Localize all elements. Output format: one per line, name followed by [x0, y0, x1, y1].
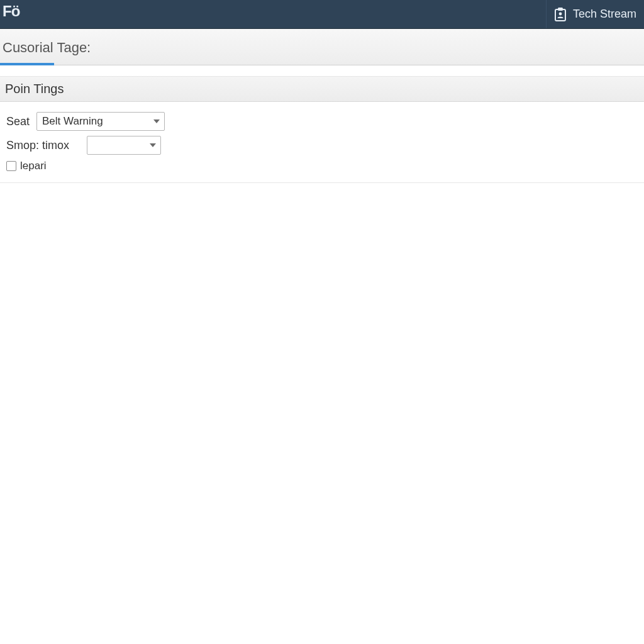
seat-select-value: Belt Warning — [37, 115, 149, 128]
lepari-label: lepari — [20, 160, 47, 172]
logo: Fö — [3, 3, 19, 20]
tab-cusorial-tage[interactable]: Cusorial Tage: — [0, 31, 93, 65]
section-title: Poin Tings — [5, 82, 64, 96]
row-smop: Smop: timox — [6, 136, 638, 155]
tab-strip-gap — [0, 65, 644, 77]
top-bar-right: Tech Stream — [546, 0, 644, 28]
top-bar: Fö Tech Stream — [0, 0, 644, 29]
tab-strip: Cusorial Tage: — [0, 29, 644, 65]
lepari-checkbox[interactable] — [6, 161, 16, 171]
chevron-down-icon — [145, 136, 160, 154]
empty-content — [0, 183, 644, 636]
tab-label: Cusorial Tage: — [3, 40, 91, 55]
seat-select[interactable]: Belt Warning — [36, 112, 165, 131]
seat-label: Seat — [6, 115, 31, 128]
chevron-down-icon — [149, 113, 164, 130]
clipboard-user-icon — [554, 8, 567, 21]
form-body: Seat Belt Warning Smop: timox lepari — [0, 102, 644, 183]
smop-select[interactable] — [87, 136, 161, 155]
tech-stream-label: Tech Stream — [573, 8, 636, 21]
logo-text: Fö — [3, 3, 19, 20]
svg-rect-1 — [558, 8, 563, 11]
row-lepari: lepari — [6, 160, 638, 172]
tech-stream-group[interactable]: Tech Stream — [547, 0, 644, 28]
svg-point-2 — [559, 12, 562, 15]
row-seat: Seat Belt Warning — [6, 112, 638, 131]
section-header: Poin Tings — [0, 77, 644, 102]
smop-label: Smop: timox — [6, 139, 82, 152]
